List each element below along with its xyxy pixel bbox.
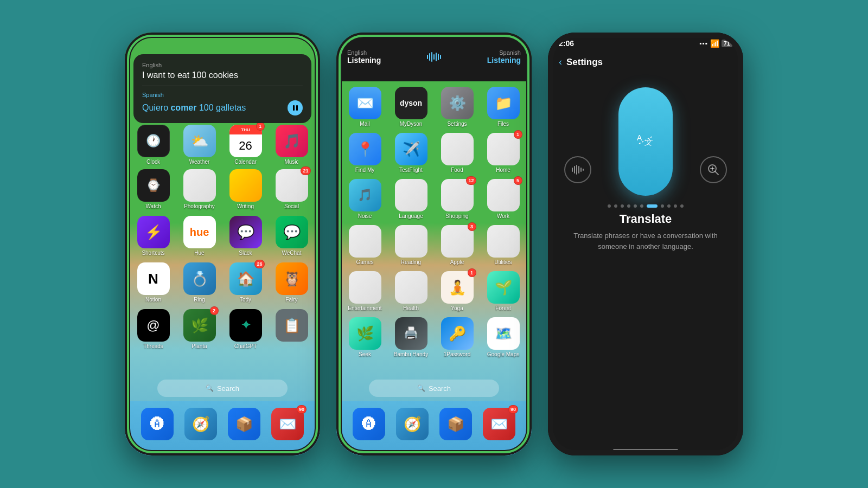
app-grid-row1: 🕐 Clock ⛅ Weather THU 26 1	[125, 125, 320, 165]
dock-spark[interactable]: ✉️ 90	[271, 408, 304, 440]
app-utilities[interactable]: Utilities	[482, 225, 524, 265]
svg-rect-5	[583, 169, 584, 171]
app-shopping[interactable]: 12 Shopping	[436, 179, 478, 219]
app-chatgpt[interactable]: ✦ ChatGPT	[225, 309, 266, 349]
feature-description: Translate phrases or have a conversation…	[548, 230, 743, 252]
app-watch[interactable]: ⌚ Watch	[132, 169, 174, 209]
app-calendar[interactable]: THU 26 1 Calendar	[225, 125, 266, 165]
app-threads-icon: @	[137, 309, 170, 342]
app-hue[interactable]: hue Hue	[178, 216, 220, 256]
dots-indicator	[608, 204, 684, 208]
app-home[interactable]: 1 Home	[482, 133, 524, 173]
app-files[interactable]: 📁 Files	[482, 87, 524, 127]
translation-es-text: Quiero comer 100 galletas	[142, 103, 246, 113]
app-entertainment[interactable]: Entertainment	[344, 271, 386, 311]
app-noise[interactable]: 🎵 Noise	[344, 179, 386, 219]
app-work-label: Work	[497, 213, 509, 219]
app-seek-label: Seek	[359, 351, 371, 357]
app-wechat[interactable]: 💬 WeChat	[271, 216, 312, 256]
app-yoga[interactable]: 🧘 1 Yoga	[436, 271, 478, 311]
app-tody-icon: 🏠 26	[229, 262, 262, 295]
app-tody[interactable]: 🏠 26 Tody	[225, 262, 266, 303]
app-1password[interactable]: 🔑 1Password	[436, 317, 478, 357]
app-hue-icon: hue	[183, 216, 216, 248]
dock-appstore[interactable]: 🅐	[141, 408, 174, 440]
app-testflight[interactable]: ✈️ TestFlight	[390, 133, 432, 173]
app-music[interactable]: 🎵 Music	[271, 125, 312, 165]
listening-status-es: Listening	[487, 56, 521, 65]
pause-button[interactable]	[288, 100, 303, 115]
app-settings[interactable]: ⚙️ Settings	[436, 87, 478, 127]
app-mail-icon: ✉️	[349, 87, 381, 119]
app-music-icon: 🎵	[276, 125, 308, 157]
app-forest[interactable]: 🌱 Forest	[482, 271, 524, 311]
app-writing[interactable]: Writing	[225, 169, 266, 209]
dock2-spark[interactable]: ✉️ 90	[483, 408, 515, 440]
app-language[interactable]: Language	[390, 179, 432, 219]
app-findmy[interactable]: 📍 Find My	[344, 133, 386, 173]
app-notion-icon: N	[137, 262, 170, 295]
app-grid-row5: @ Threads 🌿 2 Planta ✦ ChatGPT 📋	[125, 309, 320, 349]
app-apple[interactable]: 3 Apple	[436, 225, 478, 265]
app-misc[interactable]: 📋	[271, 309, 312, 349]
app-googlemaps-icon: 🗺️	[487, 317, 520, 350]
dot-6	[640, 204, 643, 208]
app-threads[interactable]: @ Threads	[132, 309, 174, 349]
translate-pill: A 文	[618, 87, 673, 196]
search-bar-1[interactable]: 🔍 Search	[157, 380, 288, 397]
app-weather-icon: ⛅	[183, 125, 216, 157]
app-settings-icon: ⚙️	[441, 87, 474, 119]
app-clock-label: Clock	[146, 159, 160, 165]
dot-5	[634, 204, 637, 208]
dock2-appstore[interactable]: 🅐	[353, 408, 385, 440]
dock-dropbox[interactable]: 📦	[228, 408, 260, 440]
app-language-icon	[395, 179, 427, 211]
app-utilities-icon	[487, 225, 520, 258]
app-food[interactable]: Food	[436, 133, 478, 173]
phone2-grid-row4: Games Reading 3 Apple	[336, 225, 532, 265]
app-fairy[interactable]: 🦉 Fairy	[271, 262, 312, 303]
phone-2: English Listening Spanish Listening	[336, 33, 532, 455]
app-photography[interactable]: Photography	[178, 169, 220, 209]
app-work[interactable]: 5 Work	[482, 179, 524, 219]
app-photography-label: Photography	[184, 203, 215, 209]
app-ring-label: Ring	[194, 297, 205, 303]
svg-rect-3	[578, 166, 579, 174]
app-seek[interactable]: 🌿 Seek	[344, 317, 386, 357]
pause-icon	[293, 105, 298, 111]
app-planta[interactable]: 🌿 2 Planta	[178, 309, 220, 349]
app-googlemaps-label: Google Maps	[487, 351, 519, 357]
app-weather[interactable]: ⛅ Weather	[178, 125, 220, 165]
app-googlemaps[interactable]: 🗺️ Google Maps	[482, 317, 524, 357]
search-text-2: Search	[429, 384, 451, 393]
app-ring[interactable]: 💍 Ring	[178, 262, 220, 303]
listening-header: English Listening Spanish Listening	[336, 33, 532, 81]
dock-safari[interactable]: 🧭	[184, 408, 217, 440]
app-fairy-icon: 🦉	[276, 262, 308, 295]
app-reading[interactable]: Reading	[390, 225, 432, 265]
app-noise-label: Noise	[358, 213, 372, 219]
app-mail[interactable]: ✉️ Mail	[344, 87, 386, 127]
app-slack[interactable]: 💬 Slack	[225, 216, 266, 256]
home-indicator	[613, 449, 678, 451]
dock-spark-icon: ✉️ 90	[271, 408, 304, 440]
app-notion[interactable]: N Notion	[132, 262, 174, 303]
back-arrow-icon[interactable]: ‹	[559, 56, 562, 68]
search-bar-2[interactable]: 🔍 Search	[369, 380, 499, 397]
app-games[interactable]: Games	[344, 225, 386, 265]
wave-6	[438, 54, 439, 60]
signal-icon: ▪▪▪	[699, 40, 708, 47]
app-clock[interactable]: 🕐 Clock	[132, 125, 174, 165]
app-planta-icon: 🌿 2	[183, 309, 216, 342]
dock2-safari[interactable]: 🧭	[396, 408, 429, 440]
phone-1: English I want to eat 100 cookies Spanis…	[125, 33, 320, 455]
dock2-dropbox[interactable]: 📦	[439, 408, 472, 440]
app-health[interactable]: Health	[390, 271, 432, 311]
app-bambu[interactable]: 🖨️ Bambu Handy	[390, 317, 432, 357]
settings-status-bar: 2:06 ▪▪▪ 📶 71	[548, 33, 743, 52]
app-social[interactable]: 21 Social	[271, 169, 312, 209]
app-shortcuts[interactable]: ⚡ Shortcuts	[132, 216, 174, 256]
svg-text:文: 文	[644, 138, 653, 146]
dock-safari-icon: 🧭	[184, 408, 217, 440]
app-mydyson[interactable]: dyson MyDyson	[390, 87, 432, 127]
